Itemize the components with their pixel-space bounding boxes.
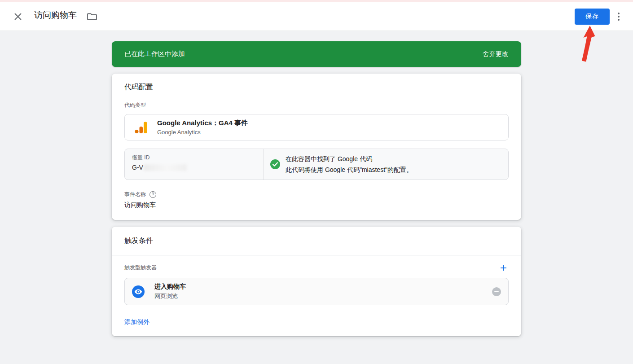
workspace-added-banner: 已在此工作区中添加 舍弃更改 <box>112 41 521 67</box>
event-name-value: 访问购物车 <box>124 201 509 209</box>
tag-type-label: 代码类型 <box>124 101 509 109</box>
topbar: 访问购物车 保存 <box>0 2 633 31</box>
main-content: 已在此工作区中添加 舍弃更改 代码配置 代码类型 Google Analytic… <box>112 31 521 336</box>
tag-type-selector[interactable]: Google Analytics：GA4 事件 Google Analytics <box>124 114 509 140</box>
measurement-id-box: 衡量 ID G-V 在此容器中找到了 Google 代码 此代码将使用 Goog… <box>124 149 509 180</box>
pageview-trigger-icon <box>132 285 145 298</box>
google-tag-found-desc: 此代码将使用 Google 代码"miastest"的配置。 <box>286 164 413 175</box>
google-tag-status: 在此容器中找到了 Google 代码 此代码将使用 Google 代码"mias… <box>264 149 508 180</box>
tag-type-text: Google Analytics：GA4 事件 Google Analytics <box>157 119 248 136</box>
tag-name-input[interactable]: 访问购物车 <box>33 9 80 24</box>
kebab-menu-icon[interactable] <box>615 9 622 24</box>
trigger-type: 网页浏览 <box>154 292 186 300</box>
close-icon[interactable] <box>11 9 25 24</box>
triggering-title: 触发条件 <box>124 236 509 246</box>
measurement-id-label: 衡量 ID <box>132 154 256 162</box>
tag-type-vendor: Google Analytics <box>157 129 248 136</box>
discard-changes-button[interactable]: 舍弃更改 <box>483 50 509 58</box>
remove-trigger-icon[interactable] <box>492 287 501 296</box>
tag-type-name: Google Analytics：GA4 事件 <box>157 119 248 127</box>
add-exception-link[interactable]: 添加例外 <box>124 318 149 326</box>
tag-configuration-title: 代码配置 <box>124 83 509 92</box>
measurement-id-field[interactable]: 衡量 ID G-V <box>125 149 264 180</box>
firing-triggers-row: 触发型触发器 + <box>124 263 509 272</box>
event-name-row: 事件名称 ? <box>124 191 509 198</box>
measurement-id-value: G-V <box>132 164 256 171</box>
firing-triggers-label: 触发型触发器 <box>124 264 157 272</box>
save-button[interactable]: 保存 <box>575 9 610 25</box>
folder-icon[interactable] <box>84 10 100 23</box>
tag-configuration-card: 代码配置 代码类型 Google Analytics：GA4 事件 Google… <box>112 74 521 220</box>
help-icon[interactable]: ? <box>149 191 156 198</box>
topbar-actions: 保存 <box>575 9 622 25</box>
trigger-row[interactable]: 进入购物车 网页浏览 <box>124 278 509 305</box>
trigger-text: 进入购物车 网页浏览 <box>154 283 186 300</box>
banner-message: 已在此工作区中添加 <box>124 50 185 58</box>
event-name-label: 事件名称 <box>124 191 146 198</box>
redacted-id <box>144 164 187 171</box>
google-tag-found-title: 在此容器中找到了 Google 代码 <box>286 153 413 164</box>
trigger-name: 进入购物车 <box>154 283 186 291</box>
check-circle-icon <box>270 159 280 169</box>
tag-title-wrap: 访问购物车 <box>33 9 100 24</box>
add-trigger-icon[interactable]: + <box>498 263 509 272</box>
google-tag-status-text: 在此容器中找到了 Google 代码 此代码将使用 Google 代码"mias… <box>286 153 413 175</box>
google-analytics-icon <box>135 121 147 134</box>
triggering-card: 触发条件 触发型触发器 + 进入购物车 网页浏览 <box>112 227 521 336</box>
